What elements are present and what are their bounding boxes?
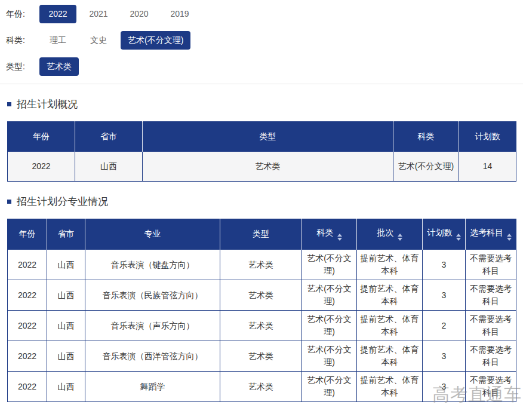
section-title-overview: 招生计划概况 — [7, 97, 523, 111]
column-header-选考科目[interactable]: 选考科目 — [466, 219, 516, 250]
table-header-row: 年份省市类型科类计划数 — [8, 122, 516, 152]
filter-options-type: 艺术类 — [39, 57, 82, 76]
column-header-科类[interactable]: 科类 — [302, 219, 357, 250]
table-cell: 不需要选考科目 — [466, 311, 516, 341]
table-row: 2022山西音乐表演（民族管弦方向）艺术类艺术(不分文理)提前艺术、体育本科3不… — [8, 280, 516, 311]
table-cell: 不需要选考科目 — [466, 372, 516, 402]
table-cell: 提前艺术、体育本科 — [357, 250, 423, 280]
column-header-label: 年份 — [33, 131, 50, 141]
table-row: 2022山西音乐表演（声乐方向）艺术类艺术(不分文理)提前艺术、体育本科2不需要… — [8, 311, 516, 341]
table-cell: 3 — [423, 341, 466, 372]
table-cell: 山西 — [47, 311, 85, 341]
filter-row-year: 年份: 2022202120202019 — [6, 5, 523, 23]
table-cell: 2022 — [8, 280, 47, 311]
table-cell: 艺术(不分文理) — [302, 311, 357, 341]
filter-option-type-艺术类[interactable]: 艺术类 — [39, 57, 79, 76]
filter-option-subject-category-理工[interactable]: 理工 — [39, 31, 76, 50]
section-title-majors: 招生计划分专业情况 — [7, 195, 523, 209]
table-cell: 舞蹈学 — [85, 372, 220, 402]
table-cell: 艺术(不分文理) — [302, 341, 357, 372]
table-cell: 艺术类 — [220, 280, 302, 311]
table-cell: 音乐表演（声乐方向） — [85, 311, 220, 341]
table-cell: 音乐表演（西洋管弦方向） — [85, 341, 220, 372]
table-cell: 音乐表演（民族管弦方向） — [85, 280, 220, 311]
table-cell: 山西 — [47, 372, 85, 402]
table-row: 2022山西艺术类艺术(不分文理)14 — [8, 152, 516, 182]
sort-icon — [507, 234, 512, 241]
section-divider — [0, 84, 523, 84]
square-bullet-icon — [7, 200, 11, 204]
filter-option-year-2022[interactable]: 2022 — [39, 5, 76, 23]
column-header-label: 专业 — [144, 229, 161, 238]
table-cell: 3 — [423, 280, 466, 311]
column-header-label: 选考科目 — [470, 228, 503, 237]
column-header-label: 省市 — [100, 131, 117, 141]
table-row: 2022山西音乐表演（西洋管弦方向）艺术类艺术(不分文理)提前艺术、体育本科3不… — [8, 341, 516, 372]
majors-table: 年份省市专业类型科类批次计划数选考科目2022山西音乐表演（键盘方向）艺术类艺术… — [7, 219, 516, 402]
column-header-label: 计划数 — [427, 228, 453, 237]
table-cell: 不需要选考科目 — [466, 250, 516, 280]
table-cell: 2 — [423, 311, 466, 341]
sort-icon — [398, 234, 402, 241]
column-header-省市: 省市 — [47, 219, 85, 250]
table-cell: 山西 — [47, 341, 85, 372]
filter-options-year: 2022202120202019 — [39, 5, 202, 23]
filter-label-type: 类型: — [6, 62, 39, 72]
filter-option-year-2021[interactable]: 2021 — [80, 5, 117, 23]
table-cell: 艺术(不分文理) — [302, 372, 357, 402]
column-header-计划数: 计划数 — [459, 122, 516, 152]
column-header-label: 类型 — [253, 229, 269, 238]
column-header-label: 计划数 — [475, 131, 500, 141]
column-header-类型: 类型 — [143, 122, 393, 152]
filter-option-subject-category-文史[interactable]: 文史 — [80, 31, 117, 50]
column-header-年份: 年份 — [8, 219, 47, 250]
overview-table: 年份省市类型科类计划数2022山西艺术类艺术(不分文理)14 — [7, 121, 516, 182]
column-header-类型: 类型 — [220, 219, 302, 250]
table-cell: 提前艺术、体育本科 — [357, 280, 423, 311]
column-header-label: 科类 — [418, 131, 435, 141]
filter-label-subject-category: 科类: — [6, 35, 39, 46]
filter-option-subject-category-艺术(不分文理)[interactable]: 艺术(不分文理) — [121, 31, 190, 50]
column-header-label: 批次 — [377, 228, 394, 237]
table-cell: 2022 — [8, 372, 47, 402]
filter-option-year-2019[interactable]: 2019 — [161, 5, 198, 23]
section-title-majors-label: 招生计划分专业情况 — [17, 195, 108, 209]
table-cell: 艺术(不分文理) — [302, 280, 357, 311]
table-cell: 2022 — [8, 311, 47, 341]
admission-plan-page: 年份: 2022202120202019 科类: 理工文史艺术(不分文理) 类型… — [0, 0, 523, 420]
table-cell: 艺术类 — [220, 311, 302, 341]
filter-option-year-2020[interactable]: 2020 — [121, 5, 158, 23]
table-cell: 不需要选考科目 — [466, 341, 516, 372]
table-cell: 艺术类 — [220, 341, 302, 372]
table-cell: 3 — [423, 250, 466, 280]
filter-row-type: 类型: 艺术类 — [6, 57, 523, 76]
column-header-专业: 专业 — [85, 219, 220, 250]
filter-options-subject-category: 理工文史艺术(不分文理) — [39, 31, 194, 50]
table-cell: 艺术类 — [220, 250, 302, 280]
column-header-批次[interactable]: 批次 — [357, 219, 423, 250]
filters-panel: 年份: 2022202120202019 科类: 理工文史艺术(不分文理) 类型… — [0, 0, 523, 76]
table-cell: 艺术(不分文理) — [302, 250, 357, 280]
column-header-科类: 科类 — [393, 122, 459, 152]
table-row: 2022山西音乐表演（键盘方向）艺术类艺术(不分文理)提前艺术、体育本科3不需要… — [8, 250, 516, 280]
table-cell: 2022 — [8, 152, 75, 182]
sort-icon — [456, 234, 461, 241]
table-cell: 14 — [459, 152, 516, 182]
section-title-overview-label: 招生计划概况 — [17, 97, 78, 111]
table-cell: 不需要选考科目 — [466, 280, 516, 311]
column-header-label: 类型 — [260, 131, 276, 141]
column-header-计划数[interactable]: 计划数 — [423, 219, 466, 250]
column-header-label: 省市 — [58, 229, 75, 238]
table-cell: 艺术类 — [143, 152, 393, 182]
table-cell: 3 — [423, 372, 466, 402]
table-header-row: 年份省市专业类型科类批次计划数选考科目 — [8, 219, 516, 250]
table-cell: 音乐表演（键盘方向） — [85, 250, 220, 280]
table-cell: 提前艺术、体育本科 — [357, 311, 423, 341]
table-cell: 提前艺术、体育本科 — [357, 341, 423, 372]
table-cell: 山西 — [75, 152, 143, 182]
sort-icon — [337, 234, 342, 241]
filter-row-subject-category: 科类: 理工文史艺术(不分文理) — [6, 31, 523, 50]
table-cell: 2022 — [8, 250, 47, 280]
filter-label-year: 年份: — [6, 9, 39, 20]
table-row: 2022山西舞蹈学艺术类艺术(不分文理)提前艺术、体育本科3不需要选考科目 — [8, 372, 516, 402]
